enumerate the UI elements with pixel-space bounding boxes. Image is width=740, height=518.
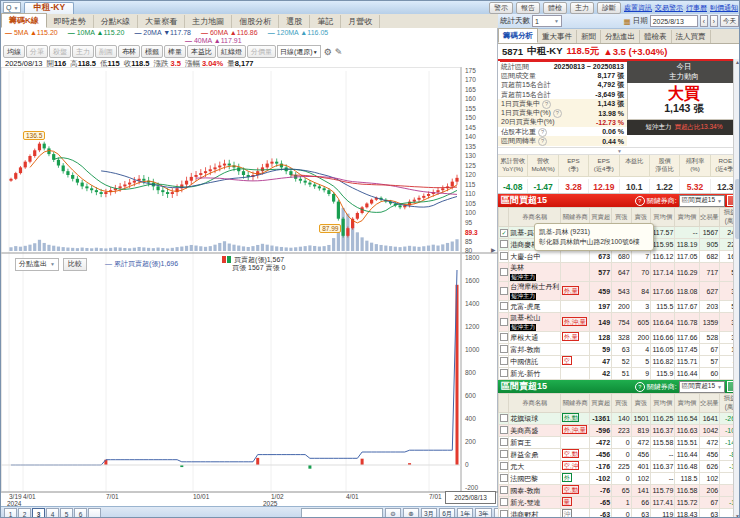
chart-toggle-副圖[interactable]: 副圖 — [95, 45, 117, 58]
main-tab-即時走勢[interactable]: 即時走勢 — [47, 15, 94, 28]
panel-tab-體檢表[interactable]: 體檢表 — [640, 30, 672, 43]
row-checkbox[interactable] — [500, 474, 508, 482]
stat-days-select[interactable]: 1 ▼ — [532, 15, 562, 27]
row-checkbox[interactable] — [500, 357, 508, 365]
titlebar-link-處置資訊[interactable]: 處置資訊 — [624, 3, 652, 13]
row-checkbox[interactable] — [500, 486, 508, 494]
main-tab-籌碼K線[interactable]: 籌碼K線 — [1, 13, 47, 28]
help-icon[interactable]: ? — [635, 382, 645, 392]
pencil-icon[interactable]: ✎ — [335, 47, 343, 57]
period-select[interactable]: 日線(還原) ▼ — [277, 45, 321, 58]
chart-range-input[interactable] — [301, 508, 383, 518]
broker-row[interactable]: 新光-雙連量-65166117.41115.7267-18 — [499, 497, 740, 509]
zoom-in-button[interactable]: ⊕ — [403, 508, 419, 518]
chart-toggle-主力[interactable]: 主力 — [72, 45, 94, 58]
row-checkbox[interactable] — [500, 450, 508, 458]
row-checkbox[interactable] — [500, 414, 508, 422]
date-next-button[interactable]: › — [710, 15, 718, 27]
buy-filter-select[interactable]: 區間買超15 ▼ — [679, 195, 725, 207]
main-tab-筆記[interactable]: 筆記 — [310, 15, 341, 28]
main-tab-個股分析[interactable]: 個股分析 — [232, 15, 279, 28]
page-button-4[interactable]: 4 — [46, 508, 59, 518]
symbol-search-box[interactable]: Q ▼ — [3, 2, 21, 13]
main-tab-大量察看[interactable]: 大量察看 — [138, 15, 185, 28]
main-tab-主力地圖[interactable]: 主力地圖 — [185, 15, 232, 28]
panel-splitter-handle[interactable]: ▶ — [491, 246, 496, 253]
date-input[interactable]: 2025/8/13 — [650, 15, 698, 27]
titlebar-button-診斷[interactable]: 診斷 — [597, 2, 621, 14]
broker-row[interactable]: 新光-新竹42519115.9116.44605 — [499, 368, 740, 380]
titlebar-link-到價通知[interactable]: 到價通知 — [710, 3, 738, 13]
sell-filter-select[interactable]: 區間賣超15 ▼ — [679, 381, 725, 393]
titlebar-link-交易警示[interactable]: 交易警示 — [655, 3, 683, 13]
row-checkbox[interactable] — [500, 302, 508, 310]
row-checkbox[interactable] — [500, 318, 508, 326]
page-button-5[interactable]: 5 — [60, 508, 73, 518]
titlebar-button-主力[interactable]: 主力 — [570, 2, 594, 14]
chart-toggle-標籤[interactable]: 標籤 — [141, 45, 163, 58]
row-checkbox[interactable] — [500, 287, 508, 295]
stock-tab[interactable]: 中租-KY — [24, 2, 74, 14]
main-tab-選股[interactable]: 選股 — [279, 15, 310, 28]
broker-row[interactable]: 美商高盛外,沖,量-596223819116.37116.631042-106 — [499, 425, 740, 437]
chart-toggle-布林[interactable]: 布林 — [118, 45, 140, 58]
panel-scrollbar[interactable]: ▲ ▼ — [733, 59, 740, 518]
panel-tab-新聞[interactable]: 新聞 — [577, 30, 601, 43]
panel-tab-分點進出[interactable]: 分點進出 — [601, 30, 640, 43]
broker-row[interactable]: 國泰-敦南空,動-7665141115.79116.58206-5 — [499, 485, 740, 497]
broker-row[interactable]: 摩根大通外,量128328200116.66117.6652836 — [499, 332, 740, 344]
broker-row[interactable]: 元大空,沖-176225401116.37116.48626-12 — [499, 461, 740, 473]
period-button-6月[interactable]: 6月 — [439, 508, 455, 518]
row-checkbox[interactable] — [500, 462, 508, 470]
main-tab-月營收[interactable]: 月營收 — [341, 15, 380, 28]
row-checkbox[interactable] — [500, 268, 508, 276]
row-checkbox[interactable] — [500, 252, 508, 260]
row-checkbox[interactable] — [500, 240, 508, 248]
broker-row[interactable]: 凱基-松山短沖主力外,沖,量149754605116.64116.7813593… — [499, 313, 740, 332]
chart-toggle-紅綠燈[interactable]: 紅綠燈 — [217, 45, 246, 58]
chart-toggle-均線[interactable]: 均線 — [3, 45, 25, 58]
scrollbar-thumb[interactable] — [735, 179, 740, 239]
today-button[interactable]: 今天 — [720, 15, 739, 27]
row-checkbox[interactable] — [500, 369, 508, 377]
chart-toggle-分筆[interactable]: 分筆 — [26, 45, 48, 58]
row-checkbox[interactable] — [500, 498, 508, 506]
titlebar-button-報告[interactable]: 報告 — [516, 2, 540, 14]
page-button-2[interactable]: 2 — [18, 508, 31, 518]
compare-button[interactable]: 比較 — [63, 258, 87, 271]
row-checkbox[interactable] — [500, 345, 508, 353]
broker-row[interactable]: 元富-虎尾1972003115.5117.6720359 — [499, 301, 740, 313]
row-checkbox[interactable] — [500, 426, 508, 434]
broker-row[interactable]: 港商野村沖-63063119118.4363-3 — [499, 509, 740, 518]
broker-row[interactable]: 大慶-台中6736807116.12117.05682165 — [499, 251, 740, 263]
panel-tab-法人買賣[interactable]: 法人買賣 — [672, 30, 711, 43]
scroll-down-icon[interactable]: ▼ — [734, 513, 740, 518]
row-checkbox[interactable] — [500, 510, 508, 518]
panel-tab-重大事件[interactable]: 重大事件 — [538, 30, 577, 43]
page-button-1[interactable]: 1 — [4, 508, 17, 518]
titlebar-button-警示[interactable]: 警示 — [489, 2, 513, 14]
page-button-3[interactable]: 3 — [32, 508, 45, 518]
chart-toggle-分價量[interactable]: 分價量 — [247, 45, 276, 58]
row-checkbox[interactable] — [500, 438, 508, 446]
row-checkbox[interactable]: ✓ — [500, 229, 508, 237]
row-checkbox[interactable] — [500, 333, 508, 341]
broker-row[interactable]: 新百王-4720472115.58115.51472-142 — [499, 437, 740, 449]
period-button-3年[interactable]: 3年 — [475, 508, 491, 518]
scroll-up-icon[interactable]: ▲ — [734, 59, 740, 65]
gear-icon[interactable]: ⚙ — [324, 47, 332, 57]
lower-pane-indicator-select[interactable]: 分點進出 ▼ — [15, 258, 59, 271]
broker-row[interactable]: 法國巴黎外-1020102--118.51020 — [499, 473, 740, 485]
help-icon[interactable]: ? — [538, 137, 547, 146]
broker-row[interactable]: 中國信託空47525116.82115.7157-2 — [499, 356, 740, 368]
chart-toggle-棒量[interactable]: 棒量 — [164, 45, 186, 58]
titlebar-link-行事曆[interactable]: 行事曆 — [686, 3, 707, 13]
chart-toggle-本益比[interactable]: 本益比 — [187, 45, 216, 58]
broker-row[interactable]: 群益金鼎空,動-4560456--116.44456-88 — [499, 449, 740, 461]
page-button-6[interactable]: 6 — [74, 508, 87, 518]
main-tab-分點K線[interactable]: 分點K線 — [94, 15, 138, 28]
broker-row[interactable]: 花旗環球外,動-13611401501116.25116.541641-263 — [499, 413, 740, 425]
page-button-extra[interactable] — [88, 508, 101, 518]
price-volume-chart[interactable]: 1751701651601551501451401351301251201151… — [1, 67, 498, 506]
date-prev-button[interactable]: ‹ — [700, 15, 708, 27]
